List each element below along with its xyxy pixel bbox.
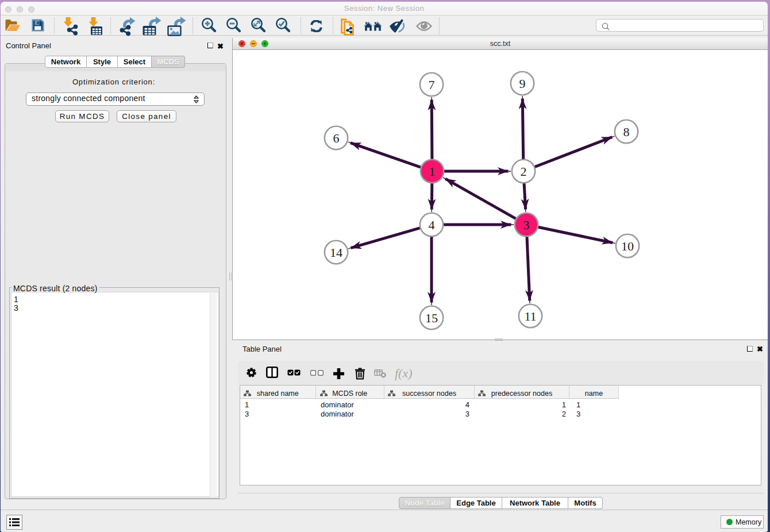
svg-text:4: 4	[429, 218, 435, 232]
svg-text:11: 11	[524, 309, 536, 323]
svg-text:2: 2	[521, 164, 527, 179]
svg-text:8: 8	[623, 125, 630, 139]
svg-text:15: 15	[425, 311, 438, 325]
svg-text:7: 7	[429, 78, 435, 92]
svg-text:1: 1	[429, 164, 436, 179]
svg-text:10: 10	[621, 239, 634, 253]
svg-text:6: 6	[333, 131, 340, 145]
svg-text:14: 14	[330, 245, 342, 260]
svg-text:9: 9	[519, 76, 526, 91]
svg-text:3: 3	[523, 218, 530, 232]
